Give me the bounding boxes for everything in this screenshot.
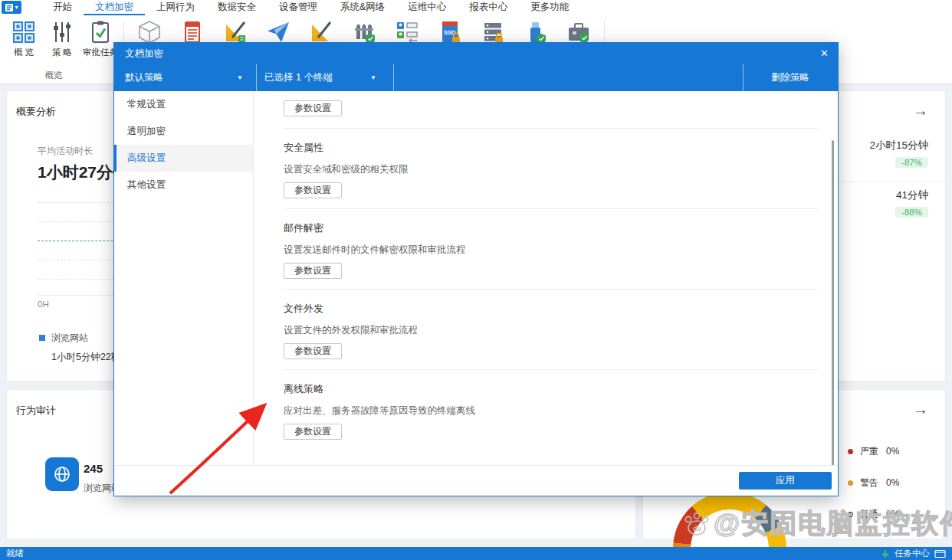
ribbon-button-strategy-design[interactable] <box>214 19 257 45</box>
alert-legend-item: 严重0% <box>848 445 899 458</box>
param-settings-button[interactable]: 参数设置 <box>284 263 342 279</box>
section-file-outgoing: 文件外发 设置文件的外发权限和审批流程 参数设置 <box>284 303 833 359</box>
app-menu-caret-icon: ▾ <box>15 5 18 11</box>
dialog-content: 设置文件的解密权限和审批流程 参数设置 安全属性 设置安全域和密级的相关权限 参… <box>254 91 833 465</box>
dialog-title: 文档加密 <box>125 48 163 59</box>
app-logo-icon <box>5 3 14 12</box>
usb-shield-icon <box>523 19 549 45</box>
policy-sliders-icon <box>49 19 75 45</box>
normal-dot-icon <box>848 512 853 517</box>
stat-delta-badge: -88% <box>895 207 928 218</box>
ribbon-button-network-protect[interactable] <box>343 19 386 45</box>
param-settings-button[interactable]: 参数设置 <box>284 100 342 116</box>
menu-item-data-security[interactable]: 数据安全 <box>206 0 268 15</box>
browse-web-tile[interactable] <box>45 457 79 491</box>
stat-value: 2小时15分钟 <box>869 139 928 152</box>
legend-label: 浏览网站 <box>51 332 88 343</box>
menu-item-more[interactable]: 更多功能 <box>519 0 580 15</box>
chart-legend: 浏览网站 1小时5分钟22秒 <box>39 330 120 364</box>
ribbon-button-server-encrypt[interactable] <box>471 19 514 45</box>
menu-item-web-behavior[interactable]: 上网行为 <box>145 0 206 15</box>
alert-legend-item: 普通0% <box>848 508 899 521</box>
ribbon-button-overview[interactable]: 概览 <box>5 19 43 58</box>
ribbon-button-usb-control[interactable] <box>514 19 557 45</box>
alert-label: 警告 <box>860 477 878 488</box>
ribbon-button-org-structure[interactable] <box>386 19 428 45</box>
status-ready: 就绪 <box>6 548 24 559</box>
ribbon-label: 策略 <box>52 47 74 58</box>
menu-bar: ▾ 开始 文档加密 上网行为 数据安全 设备管理 系统&网络 运维中心 报表中心… <box>0 0 952 15</box>
section-title: 邮件解密 <box>284 223 833 234</box>
task-window-icon[interactable] <box>934 549 946 558</box>
browse-count: 245 <box>84 462 103 475</box>
ribbon-group-label: 概览 <box>6 70 101 81</box>
terminal-select[interactable]: 已选择 1 个终端 ▼ <box>264 64 387 91</box>
status-bar: 就绪 任务中心 <box>0 547 952 560</box>
section-mail-decrypt: 邮件解密 设置发送邮件时的文件解密权限和审批流程 参数设置 <box>284 223 833 279</box>
sidebar-item-other[interactable]: 其他设置 <box>114 172 253 198</box>
toolbar-separator <box>393 64 394 91</box>
app-menu-button[interactable]: ▾ <box>2 1 21 14</box>
alert-value: 0% <box>886 477 899 488</box>
param-settings-button[interactable]: 参数设置 <box>284 424 342 440</box>
modal-scrollbar-thumb[interactable] <box>832 140 834 467</box>
delete-policy-button[interactable]: 删除策略 <box>743 64 838 91</box>
menu-item-device-mgmt[interactable]: 设备管理 <box>268 0 329 15</box>
ribbon-button-design-2[interactable] <box>300 19 343 45</box>
section-desc: 应对出差、服务器故障等原因导致的终端离线 <box>284 404 833 418</box>
toolbar-separator <box>256 64 257 91</box>
ribbon-button-policy[interactable]: 策略 <box>43 19 81 58</box>
sidebar-item-advanced[interactable]: 高级设置 <box>114 145 253 172</box>
caret-down-icon: ▼ <box>370 64 376 91</box>
divider <box>284 289 818 290</box>
ribbon-label: 概览 <box>14 47 36 58</box>
menu-item-start[interactable]: 开始 <box>41 0 84 15</box>
ribbon-button-transparent-encryption[interactable] <box>128 19 171 45</box>
severe-dot-icon <box>848 449 853 454</box>
x-axis-label: 0H <box>38 300 49 309</box>
task-center-button[interactable]: 任务中心 <box>895 548 930 559</box>
fence-shield-icon <box>351 19 377 45</box>
ribbon-button-report-list[interactable] <box>171 19 214 45</box>
dialog-toolbar: 默认策略 ▼ 已选择 1 个终端 ▼ 删除策略 <box>114 64 838 91</box>
org-structure-icon <box>394 19 420 45</box>
section-security-attrs: 安全属性 设置安全域和密级的相关权限 参数设置 <box>284 142 833 198</box>
arrow-right-icon[interactable]: → <box>913 102 928 120</box>
arrow-right-icon[interactable]: → <box>913 401 928 418</box>
menu-item-report-center[interactable]: 报表中心 <box>458 0 519 15</box>
sidebar-item-general[interactable]: 常规设置 <box>114 91 253 118</box>
dialog-titlebar: 文档加密 ✕ <box>114 43 838 64</box>
menu-item-system-network[interactable]: 系统&网络 <box>329 0 396 15</box>
ruler-pencil-icon <box>308 19 334 45</box>
approval-clipboard-icon <box>87 19 113 45</box>
apply-button[interactable]: 应用 <box>739 472 832 490</box>
section-desc: 设置发送邮件时的文件解密权限和审批流程 <box>284 244 833 257</box>
server-lock-icon <box>480 19 506 45</box>
ribbon-button-send[interactable] <box>257 19 300 45</box>
legend-square-icon <box>39 335 45 341</box>
param-settings-button[interactable]: 参数设置 <box>284 182 342 198</box>
ribbon-button-toolbox[interactable] <box>557 19 600 45</box>
sidebar-item-transparent-encryption[interactable]: 透明加密 <box>114 118 253 145</box>
dialog-footer: 应用 <box>114 465 838 496</box>
report-list-icon <box>179 19 205 45</box>
ribbon-button-ssd-encrypt[interactable]: SSD <box>428 19 471 45</box>
ssd-lock-icon: SSD <box>437 19 463 45</box>
terminal-select-value: 已选择 1 个终端 <box>264 72 333 83</box>
close-icon[interactable]: ✕ <box>820 43 829 64</box>
warning-dot-icon <box>848 480 853 486</box>
alert-label: 严重 <box>860 446 878 457</box>
param-settings-button[interactable]: 参数设置 <box>284 343 342 359</box>
cube-icon <box>136 19 162 45</box>
section-title: 文件外发 <box>284 303 833 314</box>
ruler-pencil-icon <box>222 19 248 45</box>
paper-plane-icon <box>265 19 291 45</box>
avg-activity-label: 平均活动时长 <box>38 145 93 158</box>
section-title: 安全属性 <box>284 142 833 153</box>
policy-select[interactable]: 默认策略 ▼ <box>125 64 254 91</box>
menu-item-doc-encryption[interactable]: 文档加密 <box>84 0 145 15</box>
alert-value: 0% <box>886 446 899 457</box>
section-desc: 设置文件的外发权限和审批流程 <box>284 324 833 337</box>
menu-item-ops-center[interactable]: 运维中心 <box>396 0 458 15</box>
overview-grid-icon <box>11 19 37 45</box>
